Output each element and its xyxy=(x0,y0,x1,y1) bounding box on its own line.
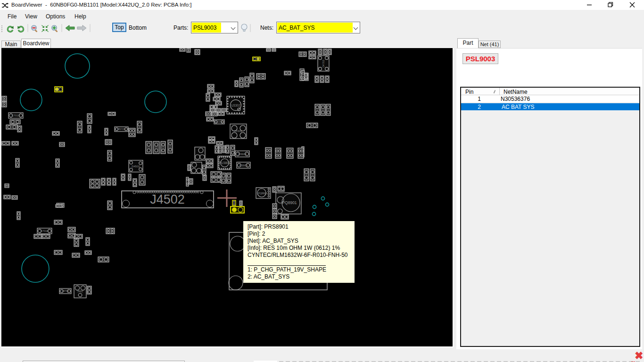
svg-text:R5729: R5729 xyxy=(117,128,125,131)
svg-text:R3904: R3904 xyxy=(238,153,247,156)
svg-text:PU3801: PU3801 xyxy=(219,161,231,165)
svg-text:PQ8903: PQ8903 xyxy=(258,192,267,195)
svg-text:C2209: C2209 xyxy=(216,120,223,123)
svg-text:C7019: C7019 xyxy=(12,114,20,117)
svg-text:J9601: J9601 xyxy=(77,290,83,293)
svg-text:D4703: D4703 xyxy=(322,60,325,67)
svg-text:J4502: J4502 xyxy=(150,192,185,206)
svg-text:R3905: R3905 xyxy=(239,164,248,167)
svg-text:C7310: C7310 xyxy=(41,230,49,232)
svg-text:D4502: D4502 xyxy=(132,165,140,168)
svg-text:C6703: C6703 xyxy=(62,289,69,292)
svg-text:U3302: U3302 xyxy=(231,104,240,107)
svg-text:X3302: X3302 xyxy=(234,130,242,132)
svg-text:PQ8901: PQ8901 xyxy=(282,200,297,205)
